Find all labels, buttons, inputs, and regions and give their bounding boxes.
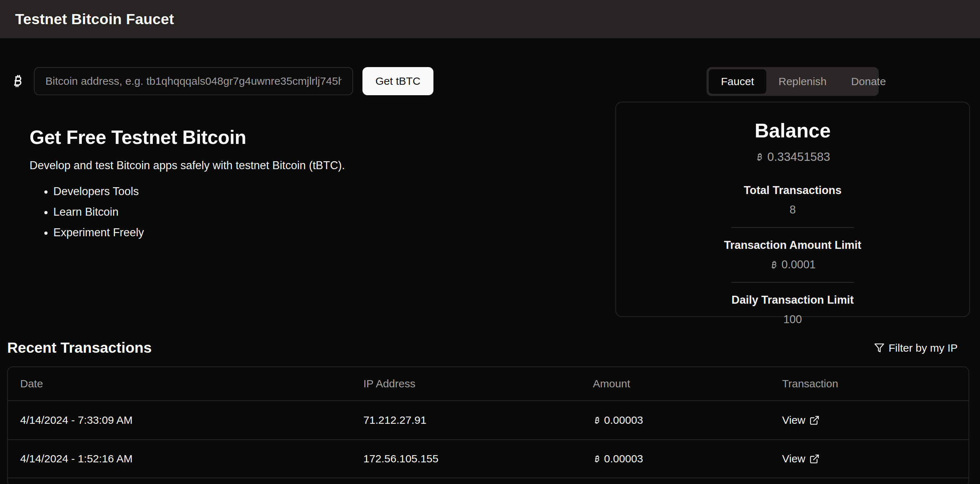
stat-value-text: 0.0001 — [781, 258, 816, 271]
table-row: 4/14/2024 - 7:33:09 AM 71.212.27.91 0.00… — [8, 401, 969, 439]
column-header-amount: Amount — [593, 378, 782, 390]
bitcoin-icon — [769, 259, 779, 271]
hero-bullet-list: Developers Tools Learn Bitcoin Experimen… — [30, 185, 594, 239]
filter-label: Filter by my IP — [888, 342, 958, 354]
view-transaction-link[interactable]: View — [782, 414, 969, 426]
balance-card: Balance 0.33451583 Total Transactions 8 … — [616, 102, 970, 317]
bitcoin-icon — [754, 151, 765, 163]
cell-amount: 0.00003 — [593, 414, 782, 426]
external-link-icon — [809, 415, 820, 426]
cell-ip: 71.212.27.91 — [363, 414, 593, 426]
balance-stats: Total Transactions 8 Transaction Amount … — [616, 184, 969, 326]
cell-date: 4/14/2024 - 1:52:16 AM — [8, 453, 363, 465]
divider — [731, 282, 854, 283]
stat-label: Total Transactions — [616, 184, 969, 197]
stat-label: Daily Transaction Limit — [616, 294, 969, 307]
amount-text: 0.00003 — [604, 414, 643, 426]
app-title: Testnet Bitcoin Faucet — [15, 11, 174, 28]
table-row: 4/14/2024 - 1:52:16 AM 172.56.105.155 0.… — [8, 439, 969, 478]
balance-title: Balance — [616, 119, 969, 142]
app-header: Testnet Bitcoin Faucet — [0, 0, 980, 38]
column-header-ip: IP Address — [363, 378, 593, 390]
stat-total-transactions: Total Transactions 8 — [616, 184, 969, 216]
divider — [731, 227, 854, 228]
external-link-icon — [809, 454, 820, 464]
stat-label: Transaction Amount Limit — [616, 239, 969, 252]
get-tbtc-button[interactable]: Get tBTC — [363, 67, 433, 95]
bitcoin-address-input[interactable] — [34, 67, 353, 95]
balance-amount: 0.33451583 — [616, 150, 969, 164]
transactions-title: Recent Transactions — [7, 339, 152, 356]
stat-value: 0.0001 — [616, 258, 969, 271]
amount-text: 0.00003 — [604, 453, 643, 465]
list-item: Experiment Freely — [53, 226, 594, 239]
cell-ip: 172.56.105.155 — [363, 453, 593, 465]
bitcoin-icon — [592, 453, 601, 465]
stat-transaction-amount-limit: Transaction Amount Limit 0.0001 — [616, 239, 969, 271]
list-item: Developers Tools — [53, 185, 594, 198]
cell-amount: 0.00003 — [593, 453, 782, 465]
bitcoin-icon — [10, 71, 26, 91]
main-content: Get tBTC Get Free Testnet Bitcoin Develo… — [0, 38, 980, 317]
stat-value-text: 8 — [789, 203, 795, 216]
tab-bar: Faucet Replenish Donate — [706, 67, 879, 96]
stat-daily-transaction-limit: Daily Transaction Limit 100 — [616, 294, 969, 326]
hero-subtitle: Develop and test Bitcoin apps safely wit… — [30, 159, 594, 172]
list-item: Learn Bitcoin — [53, 206, 594, 219]
stat-value-text: 100 — [783, 313, 802, 326]
stat-value: 100 — [616, 313, 969, 326]
recent-transactions-section: Recent Transactions Filter by my IP Date… — [0, 339, 980, 484]
transactions-header-row: Recent Transactions Filter by my IP — [7, 339, 969, 356]
filter-icon — [874, 343, 885, 353]
balance-value: 0.33451583 — [767, 150, 830, 164]
cell-date: 4/14/2024 - 7:33:09 AM — [8, 414, 363, 426]
tab-faucet[interactable]: Faucet — [709, 69, 766, 94]
transactions-table: Date IP Address Amount Transaction 4/14/… — [7, 366, 969, 484]
bitcoin-icon — [592, 415, 601, 426]
stat-value: 8 — [616, 203, 969, 216]
column-header-transaction: Transaction — [782, 378, 969, 390]
hero-title: Get Free Testnet Bitcoin — [30, 126, 594, 148]
column-header-date: Date — [8, 378, 363, 390]
table-row — [8, 478, 969, 484]
table-header: Date IP Address Amount Transaction — [8, 367, 969, 401]
tab-donate[interactable]: Donate — [839, 69, 898, 94]
tab-replenish[interactable]: Replenish — [766, 69, 839, 94]
filter-by-ip-button[interactable]: Filter by my IP — [874, 342, 958, 354]
view-transaction-link[interactable]: View — [782, 453, 969, 465]
faucet-form: Get tBTC — [11, 67, 594, 95]
hero-section: Get Free Testnet Bitcoin Develop and tes… — [30, 126, 594, 239]
faucet-column: Get tBTC Get Free Testnet Bitcoin Develo… — [11, 67, 616, 247]
balance-column: Faucet Replenish Donate Balance 0.334515… — [616, 67, 970, 317]
view-link-label: View — [782, 453, 805, 465]
view-link-label: View — [782, 414, 805, 426]
